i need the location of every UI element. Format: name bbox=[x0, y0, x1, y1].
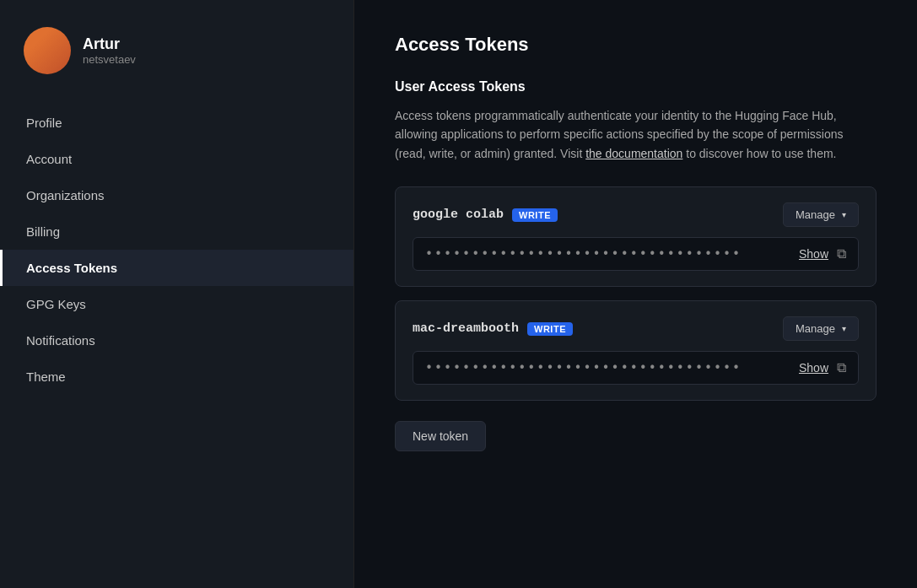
manage-button-1[interactable]: Manage ▾ bbox=[783, 316, 859, 341]
token-card-1: mac-dreambooth WRITE Manage ▾ ••••••••••… bbox=[395, 300, 877, 401]
token-dots-1: •••••••••••••••••••••••••••••••••• bbox=[425, 360, 799, 375]
copy-icon-1[interactable]: ⧉ bbox=[837, 360, 846, 375]
page-title: Access Tokens bbox=[395, 34, 877, 56]
token-header-0: google colab WRITE Manage ▾ bbox=[413, 202, 859, 227]
token-header-1: mac-dreambooth WRITE Manage ▾ bbox=[413, 316, 859, 341]
user-details: Artur netsvetaev bbox=[83, 35, 136, 66]
token-name-1: mac-dreambooth bbox=[413, 321, 519, 336]
user-info: Artur netsvetaev bbox=[0, 27, 353, 105]
sidebar-item-access-tokens[interactable]: Access Tokens bbox=[0, 250, 353, 286]
token-card-0: google colab WRITE Manage ▾ ••••••••••••… bbox=[395, 186, 877, 287]
token-value-row-1: •••••••••••••••••••••••••••••••••• Show … bbox=[413, 351, 859, 385]
token-badge-1: WRITE bbox=[527, 322, 573, 336]
main-content: Access Tokens User Access Tokens Access … bbox=[354, 0, 917, 588]
sidebar-item-billing[interactable]: Billing bbox=[0, 213, 353, 250]
copy-icon-0[interactable]: ⧉ bbox=[837, 246, 846, 262]
section-title: User Access Tokens bbox=[395, 79, 877, 94]
token-value-row-0: •••••••••••••••••••••••••••••••••• Show … bbox=[413, 237, 859, 271]
manage-button-0[interactable]: Manage ▾ bbox=[783, 202, 859, 227]
sidebar: Artur netsvetaev Profile Account Organiz… bbox=[0, 0, 354, 588]
description-suffix: to discover how to use them. bbox=[682, 147, 836, 160]
sidebar-item-gpg-keys[interactable]: GPG Keys bbox=[0, 286, 353, 322]
sidebar-item-theme[interactable]: Theme bbox=[0, 359, 353, 395]
token-name-row-1: mac-dreambooth WRITE bbox=[413, 321, 573, 336]
user-name: Artur bbox=[83, 35, 136, 53]
description: Access tokens programmatically authentic… bbox=[395, 106, 877, 163]
token-dots-0: •••••••••••••••••••••••••••••••••• bbox=[425, 246, 799, 262]
avatar bbox=[24, 27, 71, 74]
show-token-link-1[interactable]: Show bbox=[799, 361, 828, 375]
user-handle: netsvetaev bbox=[83, 53, 136, 66]
sidebar-nav: Profile Account Organizations Billing Ac… bbox=[0, 105, 353, 395]
sidebar-item-notifications[interactable]: Notifications bbox=[0, 322, 353, 359]
show-token-link-0[interactable]: Show bbox=[799, 247, 828, 261]
new-token-button[interactable]: New token bbox=[395, 421, 486, 451]
chevron-down-icon-1: ▾ bbox=[842, 324, 846, 333]
sidebar-item-organizations[interactable]: Organizations bbox=[0, 177, 353, 213]
chevron-down-icon: ▾ bbox=[842, 210, 846, 219]
documentation-link[interactable]: the documentation bbox=[585, 147, 682, 160]
sidebar-item-profile[interactable]: Profile bbox=[0, 105, 353, 141]
token-name-row-0: google colab WRITE bbox=[413, 208, 558, 222]
token-name-0: google colab bbox=[413, 208, 504, 222]
token-badge-0: WRITE bbox=[512, 208, 558, 222]
sidebar-item-account[interactable]: Account bbox=[0, 141, 353, 177]
